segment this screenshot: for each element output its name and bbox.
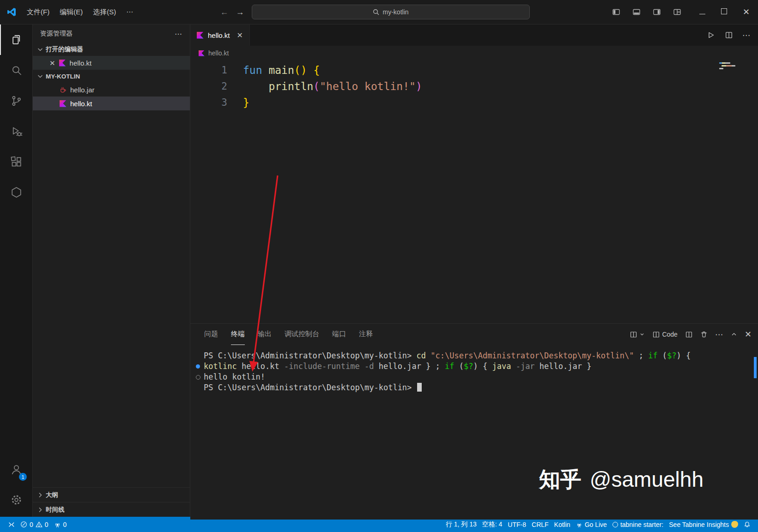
activitybar-explorer-icon[interactable] [0, 24, 32, 55]
panel-more-actions-icon[interactable]: ⋯ [715, 330, 723, 339]
sidebar-title: 资源管理器 [40, 30, 73, 38]
terminal-line: PS C:\Users\Administrator\Desktop\my-kot… [196, 351, 752, 361]
chevron-right-icon [36, 491, 44, 499]
panel-tab-comments[interactable]: 注释 [359, 324, 373, 345]
kotlin-file-icon [199, 50, 205, 56]
search-icon [373, 9, 379, 15]
vscode-screenshot: 文件(F) 编辑(E) 选择(S) ⋯ ← → my-kotlin [0, 0, 758, 532]
close-window-button[interactable]: ✕ [743, 8, 750, 16]
split-terminal-button[interactable] [685, 331, 693, 339]
remote-indicator[interactable] [5, 517, 18, 532]
activitybar-settings-gear-icon[interactable] [0, 484, 32, 515]
terminal-line: PS C:\Users\Administrator\Desktop\my-kot… [196, 382, 752, 393]
activity-bar: 1 [0, 24, 33, 517]
code-line: 3} [190, 95, 758, 111]
terminal-line: kotlinc hello.kt -include-runtime -d hel… [196, 361, 752, 372]
tab-hello-kt[interactable]: hello.kt ✕ [190, 24, 250, 46]
maximize-panel-icon[interactable] [731, 331, 737, 338]
broadcast-icon [576, 521, 582, 528]
menu-selection[interactable]: 选择(S) [88, 6, 121, 19]
activitybar-package-hexagon-icon[interactable] [0, 177, 32, 207]
code-line: 2 println("hello kotlin!") [190, 79, 758, 95]
account-badge: 1 [19, 473, 27, 481]
toggle-secondary-sidebar-icon[interactable] [652, 7, 661, 17]
java-jar-file-icon [60, 86, 67, 93]
terminal-line: hello kotlin! [196, 372, 752, 382]
run-file-button[interactable] [706, 30, 716, 40]
muscle-emoji-icon [731, 521, 738, 528]
nav-forward-icon[interactable]: → [236, 8, 244, 16]
kotlin-file-icon [60, 100, 67, 107]
panel-tab-debug-console[interactable]: 调试控制台 [285, 324, 319, 345]
section-folder-my-kotlin[interactable]: MY-KOTLIN [33, 70, 190, 83]
chevron-right-icon [36, 506, 44, 514]
section-open-editors[interactable]: 打开的编辑器 [33, 43, 190, 56]
toggle-panel-icon[interactable] [632, 7, 641, 17]
editor-tab-bar: hello.kt ✕ ⋯ [190, 24, 758, 46]
terminal-scrollbar[interactable] [754, 357, 757, 378]
tabnine-icon [612, 522, 618, 527]
panel-tab-terminal[interactable]: 终端 [231, 324, 245, 345]
chevron-down-icon [36, 73, 44, 80]
sidebar-more-actions-icon[interactable]: ⋯ [175, 30, 182, 38]
kotlin-file-icon [197, 32, 204, 39]
search-value: my-kotlin [383, 8, 409, 16]
watermark-brand: 知乎 [539, 466, 582, 494]
file-item-hello-kt[interactable]: hello.kt [33, 97, 190, 110]
minimap[interactable] [719, 62, 735, 69]
code-lines: 1fun main() {2 println("hello kotlin!")3… [190, 62, 758, 111]
panel-tab-output[interactable]: 输出 [258, 324, 272, 345]
terminal-profile-code[interactable]: Code [652, 331, 677, 339]
maximize-button[interactable] [721, 8, 727, 16]
nav-back-icon[interactable]: ← [220, 8, 229, 16]
ports-indicator[interactable]: 0 [51, 517, 70, 532]
explorer-sidebar: 资源管理器 ⋯ 打开的编辑器 ✕ hello.kt MY-KOTLIN [33, 24, 190, 517]
file-item-hello-jar[interactable]: hello.jar [33, 83, 190, 97]
chevron-down-icon [36, 46, 44, 53]
kotlin-file-icon [59, 60, 66, 66]
vscode-logo-icon [6, 6, 18, 18]
activitybar-source-control-icon[interactable] [0, 85, 32, 116]
customize-layout-icon[interactable] [673, 7, 682, 17]
activitybar-run-debug-icon[interactable] [0, 116, 32, 146]
terminal-cursor [417, 383, 422, 392]
title-bar: 文件(F) 编辑(E) 选择(S) ⋯ ← → my-kotlin [0, 0, 758, 24]
problems-indicator[interactable]: 0 0 [18, 517, 51, 532]
section-outline[interactable]: 大纲 [33, 487, 190, 502]
close-panel-icon[interactable]: ✕ [745, 329, 752, 339]
close-editor-icon[interactable]: ✕ [49, 60, 55, 66]
panel-layout-button[interactable] [630, 331, 645, 339]
command-center-search[interactable]: my-kotlin [252, 5, 530, 19]
menu-edit[interactable]: 编辑(E) [55, 6, 87, 19]
close-tab-icon[interactable]: ✕ [237, 31, 243, 40]
activitybar-search-icon[interactable] [0, 55, 32, 85]
open-editor-item-hello-kt[interactable]: ✕ hello.kt [33, 56, 190, 70]
section-timeline[interactable]: 时间线 [33, 502, 190, 517]
activitybar-extensions-icon[interactable] [0, 146, 32, 177]
menu-file[interactable]: 文件(F) [22, 6, 54, 19]
warning-icon [36, 521, 42, 528]
chevron-down-icon [639, 332, 645, 337]
zhihu-watermark: 知乎 @samuelhh [539, 466, 703, 494]
breadcrumb[interactable]: hello.kt [190, 46, 758, 60]
kill-terminal-trash-icon[interactable] [700, 331, 708, 338]
editor-more-actions-icon[interactable]: ⋯ [742, 30, 751, 40]
panel-tab-ports[interactable]: 端口 [332, 324, 346, 345]
split-editor-icon[interactable] [725, 31, 733, 39]
vscode-window: 文件(F) 编辑(E) 选择(S) ⋯ ← → my-kotlin [0, 0, 758, 532]
terminal-output: PS C:\Users\Administrator\Desktop\my-kot… [196, 351, 752, 393]
radio-tower-icon [54, 521, 61, 528]
code-line: 1fun main() { [190, 62, 758, 79]
activitybar-account-icon[interactable]: 1 [0, 454, 32, 484]
code-editor[interactable]: 1fun main() {2 println("hello kotlin!")3… [190, 60, 758, 323]
watermark-handle: @samuelhh [590, 467, 703, 492]
panel-tab-problems[interactable]: 问题 [204, 324, 218, 345]
error-icon [20, 521, 27, 528]
menu-overflow[interactable]: ⋯ [121, 6, 138, 18]
toggle-sidebar-icon[interactable] [612, 7, 621, 17]
minimize-button[interactable] [699, 8, 705, 16]
